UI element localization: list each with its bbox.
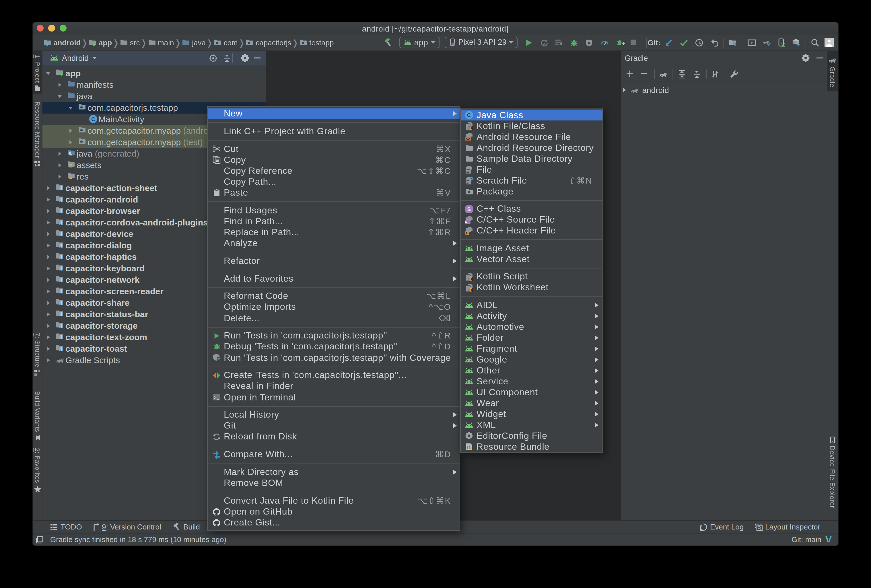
svg-text:>_: >_ [214, 395, 219, 400]
svg-text:H: H [466, 230, 469, 234]
svg-text:S: S [467, 206, 471, 212]
svg-text:<>: <> [466, 137, 470, 141]
svg-text:C: C [467, 112, 471, 118]
svg-text:C: C [91, 117, 95, 123]
svg-text:A: A [543, 42, 545, 46]
svg-text:C++: C++ [465, 220, 471, 223]
